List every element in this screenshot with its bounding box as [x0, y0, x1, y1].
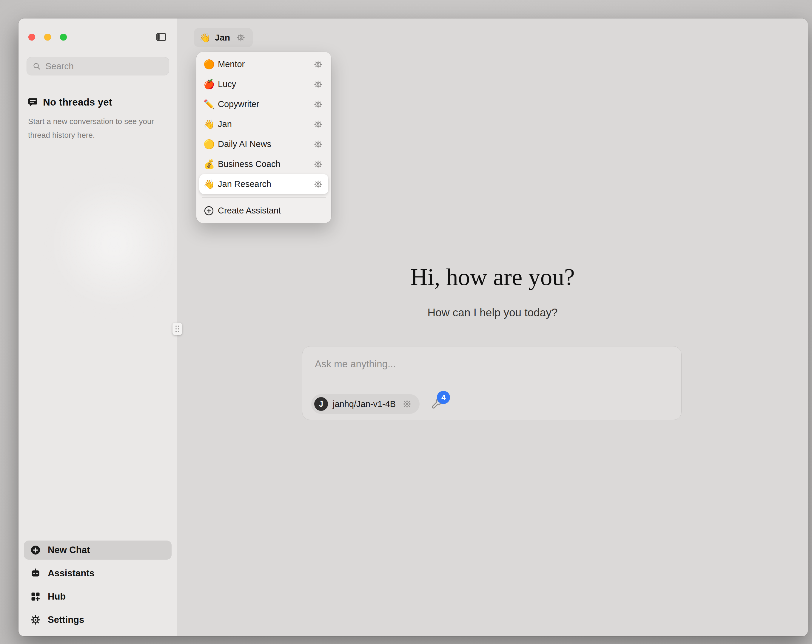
assistant-item-emoji: 👋	[203, 179, 217, 189]
assistant-item-emoji: ✏️	[203, 99, 217, 110]
assistant-item-label: Business Coach	[217, 159, 311, 169]
gear-icon	[314, 100, 323, 109]
search-box	[27, 57, 169, 75]
app-window: No threads yet Start a new conversation …	[18, 18, 808, 636]
hub-icon	[30, 591, 41, 602]
sidebar-toggle-icon	[155, 31, 167, 43]
empty-state-description: Start a new conversation to see your thr…	[27, 114, 168, 142]
assistant-item-emoji: 🟡	[203, 139, 217, 149]
sidebar-item-settings[interactable]: Settings	[24, 608, 172, 632]
create-assistant-button[interactable]: Create Assistant	[199, 201, 328, 221]
sidebar-item-new-chat[interactable]: New Chat	[24, 539, 172, 562]
model-name: janhq/Jan-v1-4B	[333, 399, 396, 409]
assistant-selector[interactable]: 👋 Jan	[194, 28, 253, 47]
assistant-settings-button[interactable]	[311, 178, 325, 191]
assistant-item-label: Jan	[217, 119, 311, 129]
threads-empty-state: No threads yet Start a new conversation …	[27, 97, 168, 142]
assistant-menu-item[interactable]: 🟠 Mentor	[199, 54, 328, 74]
assistant-menu-item[interactable]: 👋 Jan	[199, 114, 328, 134]
assistant-item-label: Lucy	[217, 79, 311, 89]
assistant-emoji: 👋	[199, 32, 211, 43]
sidebar-item-hub[interactable]: Hub	[24, 585, 172, 608]
main-pane: 👋 Jan 🟠 Mentor 🍎 Lucy	[177, 18, 808, 636]
assistant-menu-item[interactable]: 💰 Business Coach	[199, 154, 328, 174]
assistant-item-emoji: 💰	[203, 159, 217, 169]
window-controls	[28, 34, 67, 41]
sidebar-resize-handle[interactable]	[172, 323, 182, 335]
chat-input[interactable]	[302, 346, 681, 382]
grip-dots-icon	[175, 325, 180, 333]
assistant-settings-button[interactable]	[311, 158, 325, 171]
tools-count-badge: 4	[437, 391, 450, 404]
assistant-name: Jan	[215, 32, 230, 43]
assistant-settings-button[interactable]	[311, 78, 325, 91]
model-settings-button[interactable]	[400, 397, 414, 411]
greeting-subtitle: How can I help you today?	[177, 306, 808, 319]
gear-icon	[314, 80, 323, 89]
sidebar-item-label: Hub	[48, 591, 66, 602]
empty-state-title: No threads yet	[43, 97, 112, 108]
assistant-settings-button[interactable]	[311, 98, 325, 111]
assistant-settings-button[interactable]	[234, 31, 247, 44]
sidebar-nav: New Chat Assistants	[24, 539, 172, 632]
assistant-settings-button[interactable]	[311, 118, 325, 131]
tools-button[interactable]: 4	[430, 397, 444, 411]
gear-icon	[314, 140, 323, 149]
assistant-settings-button[interactable]	[311, 58, 325, 71]
chat-composer: J janhq/Jan-v1-4B 4	[302, 346, 682, 420]
model-selector[interactable]: J janhq/Jan-v1-4B	[311, 394, 420, 414]
greeting-block: Hi, how are you? How can I help you toda…	[177, 263, 808, 319]
gear-icon	[314, 180, 323, 189]
search-input[interactable]	[45, 61, 163, 71]
assistant-item-label: Copywriter	[217, 99, 311, 109]
gear-icon	[314, 120, 323, 129]
gear-icon	[237, 33, 245, 42]
assistant-dropdown-menu: 🟠 Mentor 🍎 Lucy ✏️ Copywriter	[196, 52, 331, 223]
gear-icon	[314, 160, 323, 169]
sidebar-toggle-button[interactable]	[154, 30, 168, 44]
assistant-menu-item[interactable]: 🍎 Lucy	[199, 74, 328, 94]
sidebar-decorative-blob	[50, 180, 178, 308]
assistant-item-emoji: 👋	[203, 119, 217, 129]
gear-icon	[314, 60, 323, 69]
gear-icon	[403, 399, 412, 408]
plus-circle-outline-icon	[203, 206, 214, 216]
model-avatar: J	[314, 397, 328, 411]
greeting-title: Hi, how are you?	[177, 263, 808, 291]
sidebar-item-label: Settings	[48, 615, 84, 625]
chat-bubble-icon	[27, 97, 38, 108]
minimize-button[interactable]	[44, 34, 51, 41]
search-icon	[32, 62, 41, 71]
assistant-menu-item[interactable]: 🟡 Daily AI News	[199, 134, 328, 154]
settings-gear-icon	[30, 614, 41, 626]
assistant-item-label: Daily AI News	[217, 139, 311, 149]
assistant-item-emoji: 🍎	[203, 79, 217, 90]
sidebar-item-label: Assistants	[48, 568, 95, 579]
create-assistant-label: Create Assistant	[218, 206, 281, 216]
zoom-button[interactable]	[60, 34, 67, 41]
assistant-item-emoji: 🟠	[203, 59, 217, 70]
assistant-item-label: Jan Research	[217, 179, 311, 189]
assistant-settings-button[interactable]	[311, 138, 325, 151]
assistants-icon	[30, 568, 41, 579]
sidebar: No threads yet Start a new conversation …	[18, 18, 177, 636]
close-button[interactable]	[28, 34, 35, 41]
composer-toolbar: J janhq/Jan-v1-4B 4	[311, 394, 444, 414]
sidebar-item-assistants[interactable]: Assistants	[24, 562, 172, 585]
sidebar-item-label: New Chat	[48, 545, 90, 556]
menu-separator	[202, 197, 326, 198]
assistant-menu-item-selected[interactable]: 👋 Jan Research	[199, 174, 328, 194]
plus-circle-icon	[30, 544, 41, 556]
assistant-menu-item[interactable]: ✏️ Copywriter	[199, 94, 328, 114]
assistant-item-label: Mentor	[217, 59, 311, 69]
